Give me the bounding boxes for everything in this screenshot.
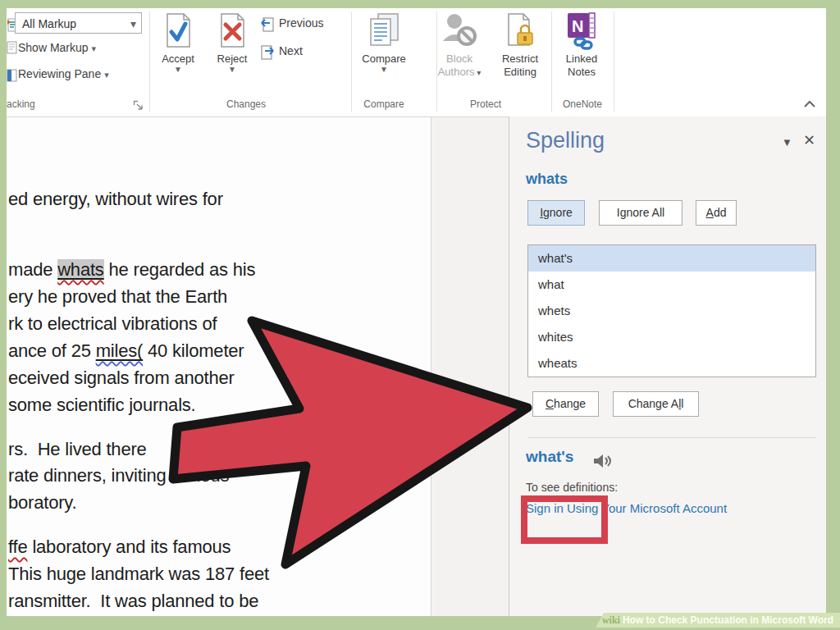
document-x-icon — [206, 11, 258, 52]
document-line: ery he proved that the Earth — [8, 286, 227, 308]
watermark-title: How to Check Punctuation in Microsoft Wo… — [623, 614, 833, 626]
document-line: boratory. — [8, 492, 76, 514]
document-check-icon — [152, 11, 204, 52]
collapse-ribbon-chevron-up-icon[interactable] — [802, 98, 817, 110]
previous-button[interactable]: Previous — [279, 16, 323, 30]
watermark-brand: wiki — [602, 614, 620, 626]
misspelled-word-highlight: whats — [57, 259, 103, 280]
document-line: made whats he regarded as his — [8, 259, 255, 281]
onenote-linked-icon: N — [555, 11, 608, 52]
pronunciation-word: what's — [526, 448, 573, 466]
document-line: ed energy, without wires for — [8, 189, 223, 210]
pane-menu-chevron-down-icon[interactable]: ▼ — [782, 136, 792, 148]
reviewing-pane-icon — [7, 69, 17, 82]
group-separator — [551, 11, 552, 112]
ignore-button[interactable]: Ignore — [527, 200, 585, 226]
change-button-annotation — [521, 495, 608, 544]
pane-title: Spelling — [526, 128, 605, 153]
linked-notes-button[interactable]: N Linked Notes — [555, 11, 608, 79]
reject-button[interactable]: Reject ▼ — [206, 11, 258, 74]
person-blocked-icon — [433, 11, 486, 52]
markup-selector-value: All Markup — [22, 17, 76, 30]
misspelled-word: whats — [526, 171, 568, 188]
group-separator — [614, 11, 614, 112]
frame-border — [0, 0, 840, 8]
misspelled-word: ffe — [8, 536, 27, 557]
compare-group-label: Compare — [351, 98, 417, 110]
svg-text:N: N — [572, 17, 583, 35]
chevron-down-icon: ▼ — [206, 66, 258, 74]
definitions-hint: To see definitions: — [526, 481, 618, 494]
document-line: some scientific journals. — [8, 395, 196, 416]
onenote-group-label: OneNote — [550, 98, 615, 110]
grammar-flagged-word: miles( — [96, 340, 143, 361]
suggestion-item[interactable]: what — [528, 272, 815, 298]
screenshot-root: All Markup ▾ Show Markup▾ Reviewing Pane… — [0, 0, 840, 630]
pane-divider — [527, 437, 816, 438]
change-button[interactable]: Change — [532, 391, 599, 417]
block-authors-button: Block Authors ▾ — [433, 11, 486, 79]
document-line: ransmitter. It was planned to be — [8, 591, 258, 612]
suggestion-item[interactable]: whets — [528, 298, 815, 324]
changes-group-label: Changes — [213, 98, 279, 110]
compare-button[interactable]: Compare ▼ — [358, 11, 410, 74]
chevron-down-icon: ▾ — [92, 43, 97, 53]
add-button[interactable]: Add — [696, 200, 737, 226]
pane-close-icon[interactable]: ✕ — [803, 131, 815, 149]
document-page[interactable]: ed energy, without wires formade whats h… — [7, 116, 431, 616]
accept-button[interactable]: Accept ▼ — [152, 11, 204, 74]
watermark: wikiHow to Check Punctuation in Microsof… — [596, 613, 840, 628]
document-line: eceived signals from another — [8, 368, 235, 389]
document-line: rate dinners, inviting famous — [8, 465, 229, 486]
chevron-down-icon: ▼ — [152, 66, 204, 74]
page-arrow-right-icon — [259, 44, 276, 61]
suggestion-listbox: what'swhatwhetswhiteswheats — [527, 244, 816, 377]
group-separator — [149, 11, 150, 112]
document-line: This huge landmark was 187 feet — [8, 564, 269, 585]
document-line: ance of 25 miles( 40 kilometer — [8, 340, 244, 362]
dialog-launcher-icon[interactable] — [133, 100, 144, 111]
suggestion-item[interactable]: what's — [528, 245, 815, 272]
show-markup-icon — [7, 41, 17, 54]
document-line: rs. He lived there — [8, 439, 147, 460]
protect-group-label: Protect — [453, 98, 518, 110]
frame-border — [0, 0, 7, 630]
change-all-button[interactable]: Change All — [613, 391, 699, 417]
suggestion-item[interactable]: wheats — [528, 350, 815, 377]
document-line: ffe laboratory and its famous — [8, 536, 231, 558]
show-markup-button[interactable]: Show Markup▾ — [18, 41, 96, 59]
markup-selector-dropdown[interactable]: All Markup ▾ — [15, 12, 142, 34]
document-line: rk to electrical vibrations of — [8, 313, 217, 335]
documents-compare-icon — [358, 11, 410, 52]
ribbon-review-tab: All Markup ▾ Show Markup▾ Reviewing Pane… — [7, 8, 826, 117]
group-separator — [351, 11, 352, 112]
page-arrow-left-icon — [259, 16, 276, 33]
chevron-down-icon: ▾ — [104, 70, 109, 80]
chevron-down-icon: ▾ — [130, 13, 136, 34]
frame-border — [826, 0, 840, 630]
reviewing-pane-button[interactable]: Reviewing Pane▾ — [18, 67, 109, 85]
page-lock-icon — [494, 11, 546, 52]
tracking-group-label: acking — [7, 98, 64, 110]
next-button[interactable]: Next — [279, 44, 303, 57]
chevron-down-icon: ▾ — [475, 68, 482, 77]
suggestion-item[interactable]: whites — [528, 324, 815, 350]
chevron-down-icon: ▼ — [358, 66, 410, 74]
ignore-all-button[interactable]: Ignore All — [599, 200, 682, 226]
speaker-icon[interactable] — [593, 453, 613, 469]
restrict-editing-button[interactable]: Restrict Editing — [494, 11, 546, 79]
